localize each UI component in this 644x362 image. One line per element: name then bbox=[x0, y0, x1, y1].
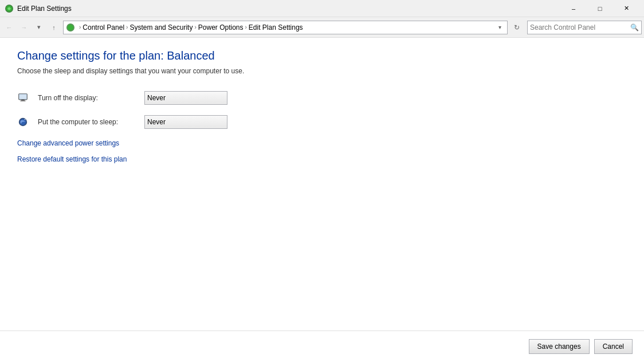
address-bar[interactable]: › Control Panel › System and Security › … bbox=[63, 21, 508, 34]
display-setting-row: Turn off the display: Never 1 minute 5 m… bbox=[17, 91, 627, 105]
close-button[interactable]: ✕ bbox=[613, 0, 639, 17]
search-icon: 🔍 bbox=[630, 23, 639, 32]
main-content: Change settings for the plan: Balanced C… bbox=[0, 38, 644, 175]
display-dropdown[interactable]: Never 1 minute 5 minutes 10 minutes 15 m… bbox=[144, 91, 227, 105]
display-icon bbox=[17, 92, 29, 104]
address-dropdown-button[interactable]: ▾ bbox=[494, 21, 505, 34]
breadcrumb bbox=[66, 23, 77, 32]
titlebar-title: Edit Plan Settings bbox=[17, 5, 560, 13]
sleep-label: Put the computer to sleep: bbox=[38, 118, 135, 126]
display-label: Turn off the display: bbox=[38, 94, 135, 102]
titlebar-controls: – □ ✕ bbox=[560, 0, 639, 17]
search-box[interactable]: 🔍 bbox=[527, 21, 642, 34]
svg-rect-6 bbox=[21, 100, 24, 101]
page-title: Change settings for the plan: Balanced bbox=[17, 49, 627, 62]
back-button[interactable]: ← bbox=[2, 21, 16, 34]
breadcrumb-edit-plan[interactable]: Edit Plan Settings bbox=[249, 23, 303, 32]
nav-dropdown-button[interactable]: ▾ bbox=[32, 21, 46, 34]
search-input[interactable] bbox=[530, 23, 630, 32]
display-select[interactable]: Never 1 minute 5 minutes 10 minutes 15 m… bbox=[147, 94, 225, 102]
restore-defaults-link[interactable]: Restore default settings for this plan bbox=[17, 155, 627, 163]
breadcrumb-control-panel[interactable]: Control Panel bbox=[83, 23, 124, 32]
titlebar: Edit Plan Settings – □ ✕ bbox=[0, 0, 644, 17]
advanced-power-settings-link[interactable]: Change advanced power settings bbox=[17, 139, 627, 147]
svg-point-3 bbox=[68, 25, 73, 30]
sleep-setting-row: Put the computer to sleep: Never 1 minut… bbox=[17, 115, 627, 129]
svg-rect-7 bbox=[21, 101, 26, 101]
app-icon bbox=[5, 4, 14, 13]
svg-rect-5 bbox=[19, 94, 27, 100]
breadcrumb-system-security[interactable]: System and Security bbox=[129, 23, 193, 32]
forward-button[interactable]: → bbox=[17, 21, 31, 34]
navbar: ← → ▾ ↑ › Control Panel › System and Sec… bbox=[0, 17, 644, 38]
svg-point-10 bbox=[25, 119, 26, 120]
refresh-button[interactable]: ↻ bbox=[510, 21, 524, 34]
links-section: Change advanced power settings Restore d… bbox=[17, 139, 627, 163]
minimize-button[interactable]: – bbox=[560, 0, 587, 17]
sleep-icon bbox=[17, 116, 29, 128]
svg-point-11 bbox=[26, 121, 26, 121]
maximize-button[interactable]: □ bbox=[587, 0, 613, 17]
up-button[interactable]: ↑ bbox=[47, 21, 61, 34]
sleep-select[interactable]: Never 1 minute 5 minutes 10 minutes 15 m… bbox=[147, 118, 225, 126]
sleep-dropdown[interactable]: Never 1 minute 5 minutes 10 minutes 15 m… bbox=[144, 115, 227, 129]
breadcrumb-power-options[interactable]: Power Options bbox=[198, 23, 244, 32]
page-subtitle: Choose the sleep and display settings th… bbox=[17, 67, 627, 75]
